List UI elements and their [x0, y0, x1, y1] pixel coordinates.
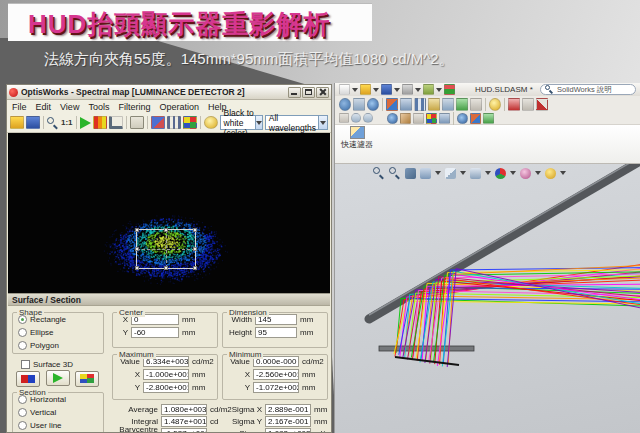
chevron-down-icon[interactable]: [318, 116, 327, 129]
open-folder-icon[interactable]: [360, 84, 371, 95]
chevron-down-icon[interactable]: [415, 88, 421, 92]
quick-filter-button[interactable]: 快速濾器: [341, 126, 373, 149]
color-mode-icon[interactable]: [80, 117, 91, 129]
chevron-down-icon[interactable]: [535, 171, 541, 175]
menu-file[interactable]: File: [12, 102, 27, 112]
save-icon[interactable]: [381, 84, 392, 95]
layers-icon[interactable]: [151, 116, 165, 129]
actual-size-icon[interactable]: 1:1: [61, 118, 73, 127]
pattern-icon[interactable]: [414, 98, 426, 111]
false-color-icon[interactable]: [16, 371, 40, 387]
simulation-icon[interactable]: [522, 98, 534, 111]
show-hide-icon[interactable]: [456, 98, 468, 111]
mate-icon[interactable]: [400, 98, 412, 111]
grid-icon[interactable]: [183, 116, 197, 129]
menu-operation[interactable]: Operation: [159, 102, 199, 112]
measurement-selection-rect[interactable]: [136, 229, 196, 269]
light-icon[interactable]: [457, 113, 468, 124]
annotation-icon[interactable]: [413, 113, 424, 124]
center-y-field[interactable]: -60: [131, 327, 179, 338]
radio-polygon[interactable]: Polygon: [18, 339, 100, 351]
section-view-icon[interactable]: [420, 168, 431, 179]
redo-circle-icon[interactable]: [351, 113, 361, 123]
radio-user-line[interactable]: User line: [18, 419, 100, 431]
zoom-fit-icon[interactable]: [373, 167, 385, 179]
clipboard-icon[interactable]: [130, 116, 144, 129]
close-icon[interactable]: [316, 87, 329, 98]
color-triangle-icon[interactable]: [46, 370, 70, 386]
panel-header[interactable]: Surface / Section: [8, 294, 330, 306]
previous-view-icon[interactable]: [405, 168, 416, 179]
maximize-icon[interactable]: [302, 87, 315, 98]
bulb-icon[interactable]: [204, 116, 218, 129]
measure-icon[interactable]: [109, 116, 123, 129]
cancel-icon[interactable]: [339, 113, 349, 123]
render-icon[interactable]: [483, 113, 494, 124]
save-icon[interactable]: [26, 116, 40, 129]
menu-view[interactable]: View: [60, 102, 79, 112]
zoom-modify-icon[interactable]: [339, 98, 351, 111]
chevron-down-icon[interactable]: [435, 171, 441, 175]
selection-handle[interactable]: [193, 247, 197, 251]
undo-icon[interactable]: [423, 84, 434, 95]
selection-handle[interactable]: [135, 266, 139, 270]
zoom-icon[interactable]: [47, 117, 59, 129]
chevron-down-icon[interactable]: [394, 88, 400, 92]
display-style-icon[interactable]: [470, 168, 481, 179]
move-component-icon[interactable]: [442, 98, 454, 111]
chevron-down-icon[interactable]: [485, 171, 491, 175]
wavelength-dropdown[interactable]: All wavelengths: [265, 115, 328, 130]
selection-handle[interactable]: [164, 228, 168, 232]
radio-vertical[interactable]: Vertical: [18, 406, 100, 418]
smart-fasteners-icon[interactable]: [428, 98, 440, 111]
sketch-icon[interactable]: [387, 113, 398, 124]
menu-tools[interactable]: Tools: [88, 102, 109, 112]
rotate-view-icon[interactable]: [367, 98, 379, 111]
color-grid-icon[interactable]: [75, 371, 99, 387]
surface-3d-checkbox[interactable]: Surface 3D: [21, 358, 73, 370]
assembly-features-icon[interactable]: [470, 98, 482, 111]
refresh-icon[interactable]: [363, 113, 373, 123]
zoom-area-icon[interactable]: [389, 167, 401, 179]
menu-filtering[interactable]: Filtering: [118, 102, 150, 112]
selection-handle[interactable]: [135, 228, 139, 232]
appearance-icon[interactable]: [520, 168, 531, 179]
levels-icon[interactable]: [167, 116, 181, 129]
open-folder-icon[interactable]: [10, 116, 24, 129]
chevron-down-icon[interactable]: [255, 116, 262, 129]
plane-icon[interactable]: [400, 113, 411, 124]
solidworks-search-box[interactable]: SolidWorks 說明: [540, 84, 636, 95]
surface-icon[interactable]: [470, 113, 481, 124]
height-field[interactable]: 95: [255, 327, 297, 338]
detector-icon[interactable]: [439, 113, 450, 124]
selection-handle[interactable]: [193, 266, 197, 270]
hide-show-items-icon[interactable]: [495, 168, 506, 179]
optis-tool-icon[interactable]: [508, 98, 520, 111]
radio-ellipse[interactable]: Ellipse: [18, 326, 100, 338]
chevron-down-icon[interactable]: [510, 171, 516, 175]
lightbulb-icon[interactable]: [489, 98, 501, 111]
menu-edit[interactable]: Edit: [36, 102, 52, 112]
component-icon[interactable]: [386, 98, 398, 111]
minimize-icon[interactable]: [288, 87, 301, 98]
graphics-viewport[interactable]: [335, 164, 640, 433]
ray-trace-icon[interactable]: [536, 98, 548, 111]
pan-icon[interactable]: [353, 98, 365, 111]
scene-icon[interactable]: [545, 168, 556, 179]
view-orientation-icon[interactable]: [445, 168, 456, 179]
luminance-map[interactable]: [8, 133, 330, 293]
palette-dropdown[interactable]: Black to white (color): [220, 115, 263, 130]
chevron-down-icon[interactable]: [460, 171, 466, 175]
chevron-down-icon[interactable]: [560, 171, 566, 175]
palette-icon[interactable]: [93, 116, 107, 129]
chevron-down-icon[interactable]: [373, 88, 379, 92]
selection-handle[interactable]: [193, 228, 197, 232]
chevron-down-icon[interactable]: [352, 88, 358, 92]
selection-handle[interactable]: [135, 247, 139, 251]
print-icon[interactable]: [402, 84, 413, 95]
rebuild-icon[interactable]: [444, 84, 455, 95]
chevron-down-icon[interactable]: [436, 88, 442, 92]
new-document-icon[interactable]: [339, 84, 350, 95]
optisworks-titlebar[interactable]: OptisWorks - Spectral map [LUMINANCE DET…: [7, 85, 331, 100]
spectral-map-icon[interactable]: [426, 113, 437, 124]
